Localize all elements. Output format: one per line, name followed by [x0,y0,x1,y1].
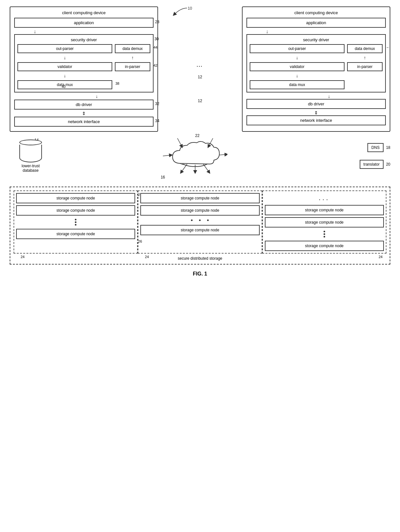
fig-label: FIG. 1 [10,271,390,277]
storage-node-2-2: storage compute node [140,205,259,216]
database-col: 14 lower-trust database [10,140,52,173]
storage-outer: 26 storage compute node storage compute … [10,187,390,265]
arrow-app-sd-left: ↓ [14,29,154,34]
middle-dots: … 12 12 [187,6,213,132]
db-cylinder [19,140,42,162]
ref-42-left: 42 [154,63,157,67]
ref-24a: 24 [21,255,25,259]
right-validator: validator [250,62,345,71]
left-validator: validator [17,62,112,71]
translator-box: translator [360,160,384,169]
top-section: client computing device application 28 ↓… [10,6,390,132]
right-client-device: client computing device application ↓ se… [242,6,390,132]
left-client-device-label: client computing device [14,10,154,15]
right-network-interface: network interface [246,115,386,125]
left-client-device: client computing device application 28 ↓… [10,6,158,132]
left-out-parser: out-parser [17,44,112,53]
ref-20: 20 [386,162,390,167]
storage-node-1-3: storage compute node [16,229,135,239]
arrow-app-sd-right: ↓ [246,29,386,34]
right-security-driver-box: security driver out-parser ↓ validator ↓… [246,34,386,92]
storage-node-1-1: storage compute node [16,193,135,203]
ref-44-left: 44 [154,45,157,49]
ref-12a: 12 [198,75,202,79]
right-data-demux: data demux [347,44,383,53]
right-in-parser: in-parser [347,62,383,71]
svg-line-13 [181,164,187,173]
left-data-demux: data demux [115,44,150,53]
svg-line-10 [177,138,182,147]
storage-grid: 26 storage compute node storage compute … [14,190,386,254]
secure-distributed-storage-label: secure distributed storage [14,256,386,261]
dns-translator-col: DNS 18 translator 20 [339,143,390,169]
db-body [19,145,42,162]
cloud-col: 22 [52,138,339,174]
right-security-driver-label: security driver [250,37,383,42]
dns-box: DNS [367,143,383,152]
left-security-driver-box: security driver 30 out-parser 36 ↓ [14,34,154,92]
right-application-box: application [246,18,386,28]
ref-38-left: 38 [115,82,119,85]
svg-line-15 [203,164,210,173]
db-label: lower-trust database [22,164,40,173]
storage-col-3: ... storage compute node storage compute… [262,190,386,254]
ref-40-left: 40 [62,85,65,89]
ref-34-left: 34 [155,119,159,123]
storage-node-3-3: storage compute node [265,241,384,251]
storage-col-1: 26 storage compute node storage compute … [14,190,138,254]
left-application-box: application [14,18,154,28]
storage-node-3-1: storage compute node [265,205,384,215]
svg-line-12 [219,154,227,155]
storage-node-2-3: storage compute node [140,225,259,235]
cloud-svg [163,138,227,174]
storage-node-1-2: storage compute node [16,205,135,216]
svg-line-9 [163,155,172,156]
right-db-driver: db driver [246,99,386,109]
bottom-section: 26 storage compute node storage compute … [10,187,390,265]
right-client-device-label: client computing device [246,10,386,15]
left-security-driver-label: security driver [17,37,150,42]
ref-24c: 24 [379,255,383,259]
ref-24b: 24 [145,255,149,259]
middle-section: 14 lower-trust database 22 [10,138,390,174]
ref-30-left: 30 [155,37,159,41]
left-network-interface: network interface [14,117,154,127]
ref-16: 16 [161,175,165,179]
storage-col-2: storage compute node storage compute nod… [138,190,262,254]
left-db-driver: db driver [14,100,154,110]
dots-col-2 [140,218,259,223]
ellipsis-top: ... [265,193,384,203]
dots-col-3 [265,229,384,239]
db-top [19,140,42,145]
dots-col-1 [16,218,135,227]
ref-18: 18 [386,145,390,150]
ref-22: 22 [195,133,199,138]
ref-28-left: 28 [155,20,159,24]
ref-12b: 12 [198,99,202,103]
storage-node-3-2: storage compute node [265,217,384,227]
left-in-parser: in-parser [115,62,150,71]
ref-32-left: 32 [155,102,159,106]
right-data-mux: data mux [250,80,345,89]
storage-node-2-1: storage compute node [140,193,259,203]
right-out-parser: out-parser [250,44,345,53]
